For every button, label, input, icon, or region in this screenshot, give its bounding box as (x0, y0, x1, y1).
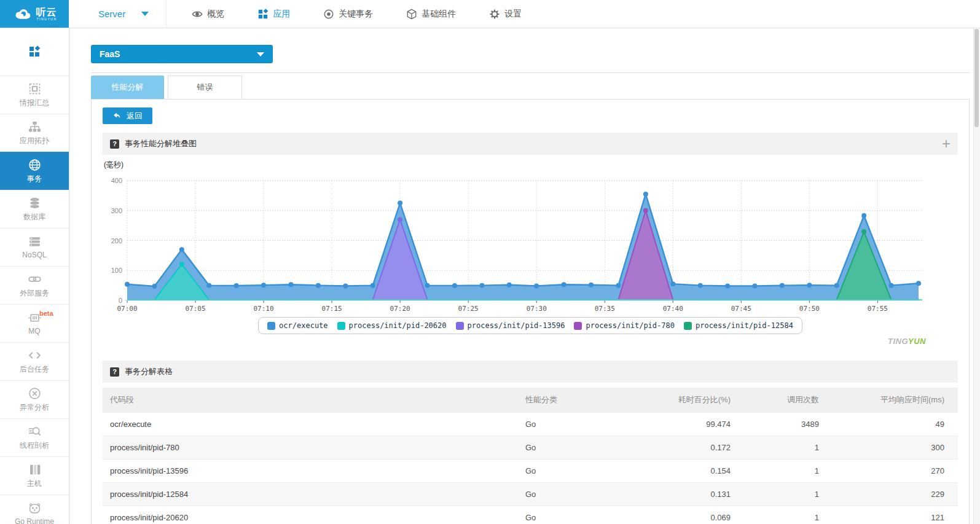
nav-settings[interactable]: 设置 (472, 0, 538, 28)
expand-icon[interactable]: + (942, 138, 951, 150)
legend-swatch (456, 322, 464, 330)
chevron-down-icon (141, 12, 149, 16)
nav-label: 设置 (504, 9, 522, 20)
sidebar-item-label: 外部服务 (20, 288, 49, 299)
code-icon (28, 349, 41, 362)
legend-item[interactable]: process/init/pid-20620 (337, 321, 447, 330)
tab-performance[interactable]: 性能分解 (91, 76, 164, 99)
topology-icon (28, 120, 41, 133)
nav-base-components[interactable]: 基础组件 (390, 0, 472, 28)
legend-item[interactable]: ocr/execute (267, 321, 327, 330)
table-cell: 1 (738, 436, 826, 459)
table-cell: 229 (826, 483, 958, 506)
table-cell: process/init/pid-13596 (103, 459, 518, 483)
sidebar-item-thread-profiling[interactable]: 线程剖析 (0, 418, 69, 456)
svg-text:100: 100 (111, 267, 122, 274)
chart-legend: ocr/executeprocess/init/pid-20620process… (258, 317, 802, 334)
table-cell: 49 (826, 413, 958, 436)
svg-text:07:25: 07:25 (458, 305, 479, 313)
server-select-label: Server (98, 9, 125, 19)
table-cell: 0.154 (619, 459, 738, 483)
sidebar-item-label: MQ (28, 327, 40, 335)
table-panel-title: 事务分解表格 (125, 366, 173, 377)
svg-text:07:00: 07:00 (117, 305, 137, 313)
help-icon[interactable]: ? (110, 139, 119, 149)
nav-key-transactions[interactable]: 关键事务 (307, 0, 390, 28)
table-row[interactable]: process/init/pid-13596Go0.1541270 (103, 459, 958, 483)
sidebar-item-database[interactable]: 数据库 (0, 190, 69, 228)
sidebar-item-exception-analysis[interactable]: 异常分析 (0, 380, 69, 418)
cloud-icon (12, 7, 33, 22)
sidebar-item-transactions[interactable]: 事务 (0, 152, 69, 190)
sidebar-item-label: 异常分析 (20, 402, 49, 413)
server-select[interactable]: Server (69, 0, 167, 28)
nav-label: 基础组件 (421, 9, 456, 20)
legend-swatch (337, 322, 345, 330)
tab-errors[interactable]: 错误 (168, 76, 242, 99)
stacked-area-chart: (毫秒)010020030040007:0007:0507:1007:1507:… (103, 155, 958, 346)
page-scrollbar[interactable] (973, 28, 980, 524)
table-row[interactable]: process/init/pid-780Go0.1721300 (103, 436, 958, 459)
svg-text:0: 0 (119, 297, 122, 304)
help-icon[interactable]: ? (110, 367, 119, 377)
chart-panel-title: 事务性能分解堆叠图 (125, 138, 197, 149)
svg-text:300: 300 (111, 207, 122, 214)
main-content: FaaS 性能分解错误 返回 ? 事务性能分解堆叠图 + (毫秒)0100200… (69, 28, 974, 524)
back-arrow-icon (112, 111, 122, 120)
legend-label: process/init/pid-20620 (349, 321, 447, 330)
sidebar-item-external-services[interactable]: 外部服务 (0, 266, 69, 304)
table-cell: Go (518, 413, 619, 436)
nav-overview[interactable]: 概览 (175, 0, 241, 28)
legend-item[interactable]: process/init/pid-12584 (684, 321, 793, 330)
sidebar-item-label: 主机 (27, 479, 42, 489)
sidebar-item-go-runtime[interactable]: Go Runtime (0, 495, 69, 524)
apps-grid-button[interactable] (0, 28, 69, 76)
sidebar-item-nosql[interactable]: NoSQL (0, 228, 69, 266)
table-body: ocr/executeGo99.474348949process/init/pi… (103, 413, 958, 524)
column-header: 调用次数 (738, 388, 826, 413)
logo-text: 听云 TINGYUN (36, 7, 57, 21)
grid-icon (257, 9, 269, 20)
table-row[interactable]: ocr/executeGo99.474348949 (103, 413, 958, 436)
server-icon (28, 463, 41, 476)
list-icon (28, 235, 41, 248)
table-cell: 1 (738, 506, 826, 524)
svg-text:07:30: 07:30 (527, 305, 547, 313)
table-row[interactable]: process/init/pid-20620Go0.0691121 (103, 506, 958, 524)
table-cell: 121 (826, 506, 958, 524)
sidebar-item-application-topology[interactable]: 应用拓扑 (0, 114, 69, 152)
database-icon (28, 197, 41, 209)
brand-name: 听云 (36, 7, 57, 17)
top-navigation: 概览应用关键事务基础组件设置 (175, 0, 538, 28)
table-cell: Go (518, 506, 619, 524)
link-icon (28, 273, 41, 286)
sidebar-item-label: 线程剖析 (20, 440, 49, 451)
table-cell: process/init/pid-20620 (103, 506, 518, 524)
table-cell: 0.131 (619, 483, 738, 506)
sidebar-item-mq[interactable]: betaMQ (0, 304, 69, 342)
svg-text:07:40: 07:40 (663, 305, 683, 313)
tab-content: 返回 ? 事务性能分解堆叠图 + (毫秒)010020030040007:000… (91, 99, 970, 524)
table-cell: process/init/pid-780 (103, 436, 518, 459)
scrollbar-thumb[interactable] (974, 29, 979, 127)
sidebar-item-background-tasks[interactable]: 后台任务 (0, 342, 69, 380)
column-header: 性能分类 (518, 388, 619, 413)
legend-swatch (267, 322, 275, 330)
nav-application[interactable]: 应用 (241, 0, 307, 28)
svg-text:07:20: 07:20 (390, 305, 410, 313)
app-logo[interactable]: 听云 TINGYUN (0, 0, 69, 28)
table-row[interactable]: process/init/pid-12584Go0.1311229 (103, 483, 958, 506)
back-button[interactable]: 返回 (103, 108, 152, 124)
svg-text:400: 400 (111, 177, 122, 184)
column-header: 耗时百分比(%) (619, 388, 738, 413)
table-panel-header: ? 事务分解表格 (103, 361, 958, 383)
legend-item[interactable]: process/init/pid-13596 (456, 321, 565, 330)
sidebar-item-information-summary[interactable]: 情报汇总 (0, 76, 69, 114)
sidebar-item-hosts[interactable]: 主机 (0, 456, 69, 495)
table-cell: 300 (826, 436, 958, 459)
app-select-dropdown[interactable]: FaaS (91, 45, 273, 63)
gear-icon (489, 9, 500, 20)
legend-item[interactable]: process/init/pid-780 (574, 321, 675, 330)
chart-canvas[interactable]: (毫秒)010020030040007:0007:0507:1007:1507:… (103, 158, 959, 313)
back-button-label: 返回 (127, 111, 143, 122)
